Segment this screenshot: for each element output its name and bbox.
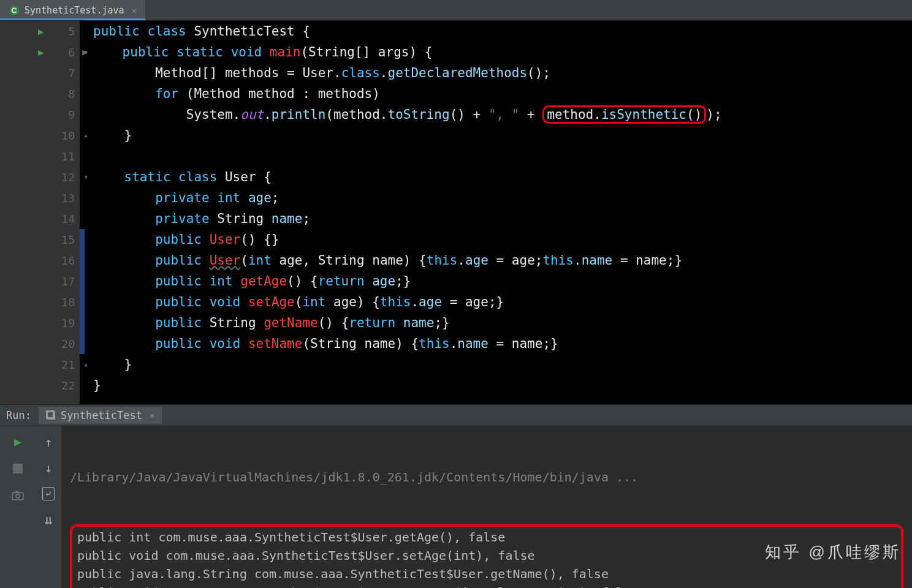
code-line[interactable]	[93, 146, 912, 167]
close-icon[interactable]: ✕	[132, 6, 137, 15]
close-icon[interactable]: ✕	[150, 410, 154, 420]
editor-tab-bar: SyntheticTest.java ✕	[0, 0, 912, 21]
watermark-text: 知乎 @爪哇缪斯	[765, 543, 901, 561]
gutter-line: 18	[0, 292, 80, 312]
gutter-line: 14	[0, 208, 80, 229]
run-config-tab[interactable]: SyntheticTest ✕	[39, 407, 162, 424]
code-line[interactable]: private String name;	[93, 208, 912, 229]
gutter-line: 19	[0, 312, 80, 333]
gutter-line: 9	[0, 104, 80, 125]
svg-rect-5	[15, 491, 18, 493]
run-panel-header: Run: SyntheticTest ✕	[0, 404, 912, 426]
gutter-line: 11	[0, 146, 80, 167]
gutter-line: 13	[0, 187, 80, 208]
stop-button[interactable]	[10, 461, 26, 477]
run-toolbar: ▶	[0, 426, 36, 588]
console-cmd-line: /Library/Java/JavaVirtualMachines/jdk1.8…	[70, 468, 903, 486]
gutter-line: 7	[0, 62, 80, 83]
gutter-line: 5▶	[0, 21, 80, 42]
run-config-name: SyntheticTest	[61, 409, 142, 421]
rerun-button[interactable]: ▶	[10, 434, 26, 450]
run-gutter-icon[interactable]: ▶	[38, 26, 44, 37]
code-area[interactable]: public class SyntheticTest {▶ public sta…	[80, 21, 912, 404]
gutter-line: 17	[0, 271, 80, 292]
run-console: ▶ ↑ ↓ ⤶ ⇊ /Library/Java/JavaVirtualMachi…	[0, 426, 912, 588]
console-line: public void com.muse.aaa.SyntheticTest$U…	[77, 583, 896, 588]
code-line[interactable]: System.out.println(method.toString() + "…	[93, 104, 912, 125]
camera-icon[interactable]	[10, 488, 26, 503]
code-line[interactable]: for (Method method : methods)	[93, 83, 912, 104]
gutter-line: 22	[0, 375, 80, 396]
change-marker	[80, 229, 85, 354]
code-line[interactable]: public int getAge() {return age;}	[93, 271, 912, 292]
gutter-line: 8	[0, 83, 80, 104]
code-editor[interactable]: 5▶6▶▾78910▴1112▾131415161718192021▴22 pu…	[0, 21, 912, 404]
code-line[interactable]: public User() {}	[93, 229, 912, 250]
fold-icon[interactable]: ▾	[84, 48, 88, 56]
code-line[interactable]: }	[93, 375, 912, 396]
code-line[interactable]: private int age;	[93, 187, 912, 208]
gutter: 5▶6▶▾78910▴1112▾131415161718192021▴22	[0, 21, 80, 404]
svg-point-4	[16, 494, 20, 498]
svg-rect-3	[12, 492, 23, 500]
scroll-to-end-icon[interactable]: ⇊	[40, 511, 57, 528]
fold-icon[interactable]: ▴	[84, 131, 88, 140]
code-line[interactable]: }	[93, 125, 912, 146]
code-line[interactable]: public void setName(String name) {this.n…	[93, 333, 912, 354]
code-line[interactable]: static class User {	[93, 167, 912, 187]
code-line[interactable]: }	[93, 354, 912, 375]
fold-icon[interactable]: ▾	[84, 173, 88, 181]
console-output[interactable]: /Library/Java/JavaVirtualMachines/jdk1.8…	[61, 426, 912, 588]
run-label: Run:	[6, 409, 31, 421]
code-line[interactable]: Method[] methods = User.class.getDeclare…	[93, 62, 912, 83]
soft-wrap-button[interactable]: ⤶	[40, 485, 57, 502]
code-line[interactable]: public void setAge(int age) {this.age = …	[93, 292, 912, 312]
console-line: public java.lang.String com.muse.aaa.Syn…	[77, 565, 896, 583]
fold-icon[interactable]: ▴	[84, 360, 88, 369]
up-arrow-icon[interactable]: ↑	[40, 434, 57, 451]
gutter-line: 6▶▾	[0, 42, 80, 62]
down-arrow-icon[interactable]: ↓	[40, 459, 57, 477]
gutter-line: 10▴	[0, 125, 80, 146]
gutter-line: 16	[0, 250, 80, 271]
run-gutter-icon[interactable]: ▶	[38, 47, 44, 58]
editor-tab-active[interactable]: SyntheticTest.java ✕	[0, 0, 145, 20]
gutter-line: 20	[0, 333, 80, 354]
java-class-icon	[9, 5, 20, 16]
code-line[interactable]: public User(int age, String name) {this.…	[93, 250, 912, 271]
code-line[interactable]: public String getName() {return name;}	[93, 312, 912, 333]
code-line[interactable]: ▶ public static void main(String[] args)…	[93, 42, 912, 62]
run-config-icon	[46, 410, 56, 420]
gutter-line: 15	[0, 229, 80, 250]
gutter-line: 21▴	[0, 354, 80, 375]
gutter-line: 12▾	[0, 167, 80, 187]
console-nav: ↑ ↓ ⤶ ⇊	[36, 426, 61, 588]
tab-filename: SyntheticTest.java	[25, 5, 124, 16]
svg-point-0	[9, 6, 19, 15]
code-line[interactable]: public class SyntheticTest {	[93, 21, 912, 42]
